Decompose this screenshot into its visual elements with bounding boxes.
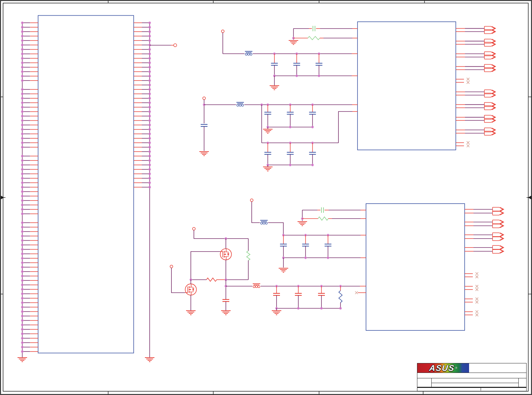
resistor xyxy=(339,291,342,303)
title-block-row2 xyxy=(417,373,526,378)
ic-left xyxy=(38,16,134,353)
unconnected-pin-circle xyxy=(174,44,177,47)
title-block-cell xyxy=(432,378,518,387)
inductor-bead xyxy=(263,222,265,224)
title-block-row3 xyxy=(417,378,526,388)
power-pin xyxy=(193,227,195,230)
ic-top-right xyxy=(358,22,456,150)
resistor xyxy=(308,36,320,40)
net-wire xyxy=(194,230,248,239)
registered-mark: ® xyxy=(455,366,457,370)
power-pin xyxy=(170,265,173,268)
asus-logo-text: ASUS xyxy=(429,364,455,372)
inductor-bead xyxy=(255,286,257,288)
net-wire xyxy=(252,202,260,223)
resistor xyxy=(247,251,250,260)
net-wire xyxy=(268,223,283,235)
asus-logo: ASUS ® xyxy=(417,363,469,373)
net-wire xyxy=(171,268,185,293)
inductor-bead xyxy=(265,222,267,224)
inductor-bead xyxy=(245,53,247,55)
mosfet xyxy=(224,257,226,260)
inductor-bead xyxy=(239,104,241,106)
inductor-bead xyxy=(253,286,255,288)
title-block-cell xyxy=(481,388,526,391)
inductor-bead xyxy=(261,222,263,224)
inductor-bead xyxy=(258,286,260,288)
title-block-cell xyxy=(417,378,432,387)
inductor-bead xyxy=(248,53,250,55)
ic-bottom-right xyxy=(366,204,465,330)
net-wire xyxy=(338,111,352,143)
mosfet xyxy=(189,292,191,295)
title-block-cell xyxy=(432,378,518,383)
title-block-cell xyxy=(469,363,526,373)
schematic-page: ASUS ® xyxy=(0,0,532,395)
mosfet xyxy=(192,289,194,290)
mosfet xyxy=(227,253,229,255)
inductor-bead xyxy=(237,104,239,106)
title-block-cell xyxy=(417,388,481,391)
title-block-row-logo: ASUS ® xyxy=(417,363,526,373)
schematic-canvas xyxy=(0,0,532,395)
power-pin xyxy=(203,97,205,100)
title-block: ASUS ® xyxy=(417,363,527,391)
resistor xyxy=(206,278,217,281)
net-wire xyxy=(191,252,220,280)
resistor xyxy=(318,217,328,220)
mosfet xyxy=(189,284,191,287)
inductor-bead xyxy=(250,53,252,55)
power-pin xyxy=(250,199,253,202)
title-block-cell xyxy=(518,378,526,387)
power-pin xyxy=(221,30,224,33)
mosfet xyxy=(224,249,226,252)
title-block-row4 xyxy=(417,388,526,391)
inductor-bead xyxy=(242,104,244,106)
